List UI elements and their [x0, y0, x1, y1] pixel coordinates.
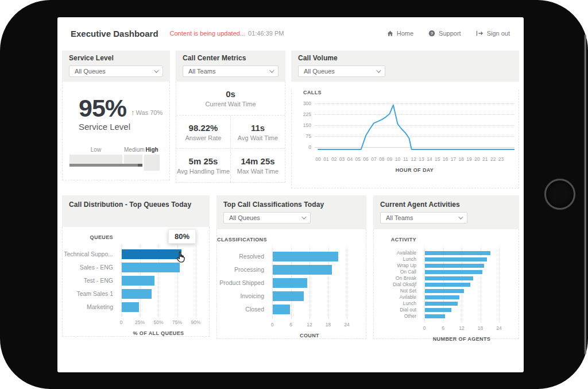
- x-tick-label: 11: [401, 156, 409, 162]
- x-tick-label: 05: [354, 156, 362, 162]
- service-level-delta: ↑ Was 70%: [131, 109, 163, 116]
- x-axis-title: % OF ALL QUEUES: [121, 330, 196, 336]
- metric-avg-handling-time: 5m 25s Avg Handling Time: [176, 149, 230, 182]
- nav-home[interactable]: Home: [387, 30, 413, 37]
- panel-call-center-metrics-header: Call Center Metrics All Teams: [176, 51, 285, 82]
- call-volume-series: [315, 102, 514, 152]
- home-icon: [387, 30, 393, 37]
- bar[interactable]: [425, 264, 484, 268]
- classifications-bar-chart[interactable]: CLASSIFICATIONSResolvedProcessingProduct…: [216, 229, 366, 339]
- metric-max-wait-time: 14m 25s Max Wait Time: [230, 149, 285, 182]
- x-tick-label: 03: [338, 156, 346, 162]
- axis-title: CLASSIFICATIONS: [217, 237, 272, 242]
- bar[interactable]: [122, 289, 152, 299]
- panel-call-volume: Call Volume All Queues CALLS300225150750…: [291, 51, 519, 188]
- panel-service-level: Service Level All Queues 95% ↑ Was 70%: [62, 51, 170, 180]
- x-tick-label: 16: [442, 156, 450, 162]
- bottom-row: Call Distribution - Top Queues Today QUE…: [62, 195, 519, 339]
- x-axis-title: HOUR OF DAY: [315, 167, 514, 173]
- bar[interactable]: [425, 251, 490, 255]
- support-icon: ?: [428, 30, 435, 37]
- bar[interactable]: [425, 270, 482, 274]
- x-tick-label: 90%: [191, 319, 200, 325]
- metric-current-wait-time: 0s Current Wait Time: [176, 82, 285, 115]
- gauge-label-low: Low: [69, 147, 122, 153]
- metric-answer-rate: 98.22% Answer Rate: [176, 115, 230, 149]
- tablet-home-button[interactable]: [544, 179, 575, 210]
- x-tick-label: 75%: [172, 319, 182, 325]
- service-level-body: 95% ↑ Was 70% Service Level Low Medium: [62, 82, 170, 180]
- y-tick-label: 0: [295, 144, 311, 150]
- bar[interactable]: [273, 278, 307, 288]
- gauge-label-medium: Medium: [124, 147, 142, 153]
- x-tick-label: 0: [423, 325, 426, 331]
- bar[interactable]: [425, 308, 451, 312]
- agent-activities-team-select[interactable]: All Teams: [380, 212, 467, 224]
- call-distribution-bar-chart[interactable]: QUEUESTechnical Suppo...Sales - ENGTest …: [62, 227, 210, 337]
- bar[interactable]: [273, 305, 290, 314]
- gridline: [499, 247, 500, 322]
- call-volume-line-chart[interactable]: CALLS30022515075000010203040506070809101…: [291, 90, 519, 188]
- x-tick-label: 08: [378, 156, 386, 162]
- bar[interactable]: [425, 257, 487, 261]
- update-timestamp: 01:46:39 PM: [248, 30, 284, 37]
- sign-out-icon: [476, 30, 483, 37]
- metrics-team-select[interactable]: All Teams: [183, 66, 278, 77]
- bar[interactable]: [122, 263, 180, 272]
- service-level-kpi: 95% ↑ Was 70% Service Level: [63, 82, 169, 132]
- x-tick-label: 06: [362, 156, 370, 162]
- bar[interactable]: [425, 283, 470, 287]
- x-tick-label: 0: [271, 322, 274, 328]
- axis-title: QUEUES: [63, 234, 121, 240]
- tablet-frame: Executive Dashboard Content is being upd…: [0, 0, 588, 389]
- header-nav: Home ? Support Sign out: [387, 30, 510, 37]
- chevron-down-icon: [269, 68, 274, 72]
- call-volume-queue-select[interactable]: All Queues: [298, 66, 385, 77]
- x-tick-label: 24: [344, 322, 349, 328]
- x-tick-label: 25%: [135, 319, 145, 325]
- nav-sign-out[interactable]: Sign out: [476, 30, 510, 37]
- y-tick-label: 150: [295, 122, 311, 128]
- bar[interactable]: [273, 291, 304, 301]
- bar[interactable]: [425, 314, 445, 318]
- bar-plot-area: [272, 247, 347, 319]
- service-level-value: 95%: [79, 97, 126, 120]
- panel-classifications: Top Call Classifications Today All Queue…: [216, 195, 366, 339]
- panel-call-center-metrics: Call Center Metrics All Teams 0s Current…: [176, 51, 285, 183]
- x-tick-label: 18: [326, 322, 331, 328]
- bar[interactable]: [425, 295, 459, 299]
- bar-plot-area: 80%: [121, 245, 196, 317]
- bar[interactable]: [122, 276, 154, 286]
- dashboard-screen: Executive Dashboard Content is being upd…: [57, 17, 524, 372]
- bar-plot-area: [424, 247, 499, 322]
- chevron-down-icon: [458, 214, 463, 219]
- bar[interactable]: [273, 252, 338, 261]
- panel-call-distribution: Call Distribution - Top Queues Today QUE…: [62, 195, 210, 337]
- update-status-text: Content is being updated...: [170, 30, 245, 37]
- classifications-queue-select[interactable]: All Queues: [223, 212, 311, 224]
- x-tick-label: 09: [386, 156, 394, 162]
- category-labels: ResolvedProcessingProduct ShippedInvoici…: [217, 247, 272, 319]
- bar[interactable]: [425, 302, 458, 306]
- bar[interactable]: [122, 302, 139, 312]
- x-tick-label: 15: [434, 156, 442, 162]
- bar[interactable]: [273, 265, 332, 275]
- x-tick-label: 18: [478, 325, 483, 331]
- x-tick-label: 12: [307, 322, 312, 328]
- bar[interactable]: [425, 289, 464, 293]
- bar[interactable]: [122, 249, 181, 259]
- tablet-edge-highlight: [584, 34, 586, 355]
- nav-support[interactable]: ? Support: [428, 30, 461, 37]
- arrow-up-icon: ↑: [131, 110, 135, 115]
- x-tick-label: 14: [425, 156, 434, 162]
- service-level-queue-select[interactable]: All Queues: [69, 66, 163, 77]
- x-tick-label: 07: [370, 156, 378, 162]
- panel-agent-activities-header: Current Agent Activities All Teams: [373, 195, 519, 229]
- service-level-gauge: Low Medium High: [69, 147, 160, 172]
- panel-call-distribution-header: Call Distribution - Top Queues Today: [62, 195, 210, 227]
- category-labels: Technical Suppo...Sales - ENGTest - ENGT…: [63, 245, 121, 317]
- bar[interactable]: [425, 276, 473, 280]
- bar-tooltip: 80%: [168, 229, 196, 244]
- x-tick-label: 04: [346, 156, 354, 162]
- agent-activities-bar-chart[interactable]: ACTIVITYAvailableLunchWrap UpOn CallOn B…: [373, 229, 519, 339]
